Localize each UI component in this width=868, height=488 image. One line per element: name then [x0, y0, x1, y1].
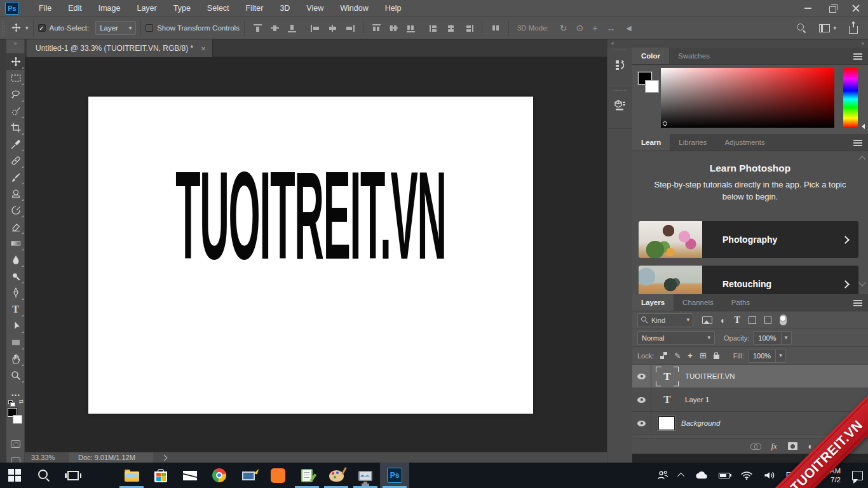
chrome-button[interactable] [205, 463, 234, 488]
menu-image[interactable]: Image [90, 1, 129, 15]
3d-roll-icon[interactable]: ⊙ [576, 23, 584, 33]
photoshop-taskbar-button[interactable]: Ps [380, 463, 409, 488]
auto-select-target-dropdown[interactable]: Layer ▾ [95, 21, 136, 35]
align-right-edges-icon[interactable] [345, 24, 355, 32]
clone-stamp-tool[interactable] [6, 186, 25, 202]
file-explorer-button[interactable] [117, 463, 146, 488]
learn-card-photography[interactable]: Photography [639, 221, 858, 258]
foreground-background-colors[interactable]: ⇄ [6, 400, 25, 436]
3d-slide-icon[interactable]: ↔ [606, 23, 615, 33]
status-options-chevron-icon[interactable] [161, 454, 167, 461]
filter-shape-layers-icon[interactable] [749, 316, 756, 324]
layer-name[interactable]: Layer 1 [685, 396, 709, 403]
hidden-icons-chevron[interactable] [674, 463, 689, 488]
share-icon[interactable] [849, 26, 858, 34]
align-left-edges-icon[interactable] [311, 24, 320, 32]
start-button[interactable] [0, 463, 29, 488]
tab-libraries[interactable]: Libraries [670, 134, 715, 151]
color-panel-swatches[interactable] [638, 72, 661, 93]
visibility-toggle[interactable] [632, 412, 651, 435]
hue-slider[interactable] [843, 68, 858, 128]
toolbar-collapse-icon[interactable]: » [6, 39, 24, 48]
align-top-edges-icon[interactable] [253, 24, 262, 32]
layer-row-tuoitreit[interactable]: T TUOITREIT.VN [632, 365, 868, 388]
notepad-plus-button[interactable] [292, 463, 322, 488]
history-brush-tool[interactable] [6, 202, 25, 219]
menu-window[interactable]: Window [332, 1, 376, 15]
adjustment-layer-icon[interactable]: ◐ [808, 442, 813, 451]
visibility-toggle[interactable] [632, 388, 651, 411]
system-monitor-button[interactable] [351, 463, 380, 488]
default-colors-icon[interactable] [8, 400, 13, 404]
distribute-horizontal-centers-icon[interactable] [447, 24, 456, 32]
fill-dropdown[interactable]: 100% ▾ [748, 349, 786, 363]
mail-button[interactable] [175, 463, 205, 488]
search-icon[interactable] [796, 23, 806, 33]
distribute-top-edges-icon[interactable] [372, 24, 381, 32]
panel-menu-icon[interactable] [853, 53, 862, 55]
auto-select-checkbox[interactable]: ✓ [38, 24, 46, 32]
background-layer-thumbnail[interactable] [658, 416, 675, 430]
panel-menu-icon[interactable] [853, 300, 862, 301]
3d-panel-button[interactable] [607, 88, 632, 129]
panel-menu-icon[interactable] [853, 140, 862, 141]
menu-select[interactable]: Select [199, 1, 238, 15]
distribute-left-edges-icon[interactable] [430, 24, 439, 32]
history-panel-button[interactable] [607, 48, 632, 88]
filter-type-layers-icon[interactable]: T [734, 315, 740, 325]
distribute-spacing-icon[interactable] [491, 24, 500, 32]
layer-row-layer1[interactable]: T Layer 1 [632, 388, 868, 412]
layer-name[interactable]: Background [681, 419, 720, 427]
tab-swatches[interactable]: Swatches [669, 48, 719, 64]
text-layer-thumbnail[interactable]: T [656, 393, 679, 406]
background-color-swatch[interactable] [13, 415, 22, 424]
task-view-button[interactable] [58, 463, 88, 488]
menu-3d[interactable]: 3D [271, 1, 298, 15]
hue-slider-marker[interactable] [859, 124, 865, 129]
spot-healing-brush-tool[interactable] [6, 152, 25, 169]
lock-all-icon[interactable] [714, 355, 719, 359]
tab-learn[interactable]: Learn [632, 134, 670, 151]
tab-adjustments[interactable]: Adjustments [715, 134, 773, 151]
dock-collapse-right-icon[interactable]: » [862, 39, 864, 48]
align-vertical-centers-icon[interactable] [270, 24, 280, 32]
microsoft-store-button[interactable] [146, 463, 175, 488]
zoom-level-field[interactable]: 33.33% [31, 454, 69, 461]
tool-preset-caret-icon[interactable]: ▾ [25, 25, 29, 31]
taskbar-search-button[interactable] [29, 463, 58, 488]
object-selection-tool[interactable] [6, 103, 25, 119]
filter-smart-objects-icon[interactable] [764, 316, 771, 324]
quick-mask-button[interactable] [6, 436, 25, 452]
menu-view[interactable]: View [298, 1, 332, 15]
link-layers-icon[interactable] [750, 444, 761, 449]
blur-tool[interactable] [6, 252, 25, 268]
pen-tool[interactable] [6, 285, 25, 301]
paint-button[interactable] [322, 463, 351, 488]
eraser-tool[interactable] [6, 219, 25, 235]
people-button[interactable] [651, 463, 674, 488]
canvas[interactable]: TUOITREIT.VN [88, 97, 533, 414]
align-horizontal-centers-icon[interactable] [328, 24, 337, 32]
dock-collapse-left-icon[interactable]: « [611, 39, 614, 48]
restore-button[interactable] [820, 0, 844, 17]
visibility-toggle[interactable] [632, 365, 651, 388]
lock-image-pixels-icon[interactable]: ✎ [674, 352, 681, 360]
wifi-button[interactable] [735, 463, 758, 488]
path-selection-tool[interactable] [6, 318, 25, 334]
marquee-tool[interactable] [6, 70, 25, 86]
lock-position-icon[interactable]: + [688, 351, 693, 360]
tab-channels[interactable]: Channels [674, 294, 722, 311]
menu-help[interactable]: Help [377, 1, 410, 15]
background-color-swatch[interactable] [645, 80, 659, 93]
lock-artboard-icon[interactable]: ⊞ [700, 351, 707, 360]
lock-transparent-pixels-icon[interactable] [660, 352, 667, 359]
brush-tool[interactable] [6, 169, 25, 186]
photoshop-app-icon[interactable]: Ps [5, 2, 19, 15]
distribute-vertical-centers-icon[interactable] [389, 24, 398, 32]
3d-pan-icon[interactable]: + [592, 23, 597, 33]
tab-color[interactable]: Color [632, 48, 669, 64]
menu-edit[interactable]: Edit [60, 1, 90, 15]
3d-camera-icon[interactable]: ◄ [624, 23, 633, 33]
volume-button[interactable] [758, 463, 781, 488]
align-bottom-edges-icon[interactable] [287, 24, 297, 32]
